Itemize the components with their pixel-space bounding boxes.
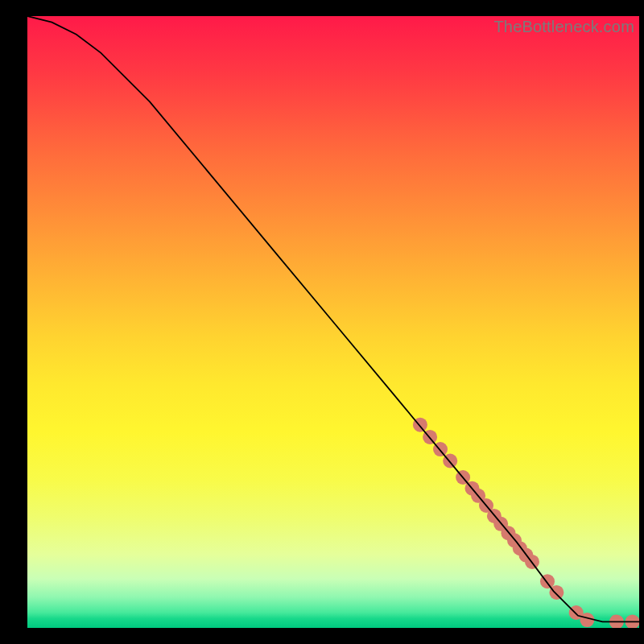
chart-curve-line — [27, 16, 639, 621]
chart-markers-group — [413, 418, 639, 628]
chart-overlay-svg — [27, 16, 639, 628]
stage: TheBottleneck.com — [0, 0, 644, 644]
watermark-text: TheBottleneck.com — [493, 18, 634, 36]
chart-plot-area: TheBottleneck.com — [27, 16, 639, 628]
